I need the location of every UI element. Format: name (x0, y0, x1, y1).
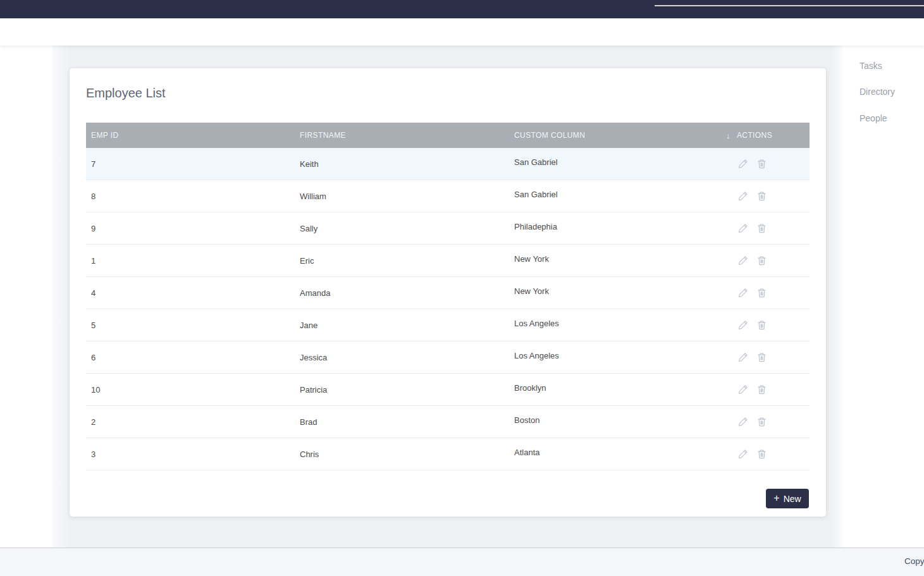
cell-emp-id: 9 (86, 224, 295, 233)
delete-trash-icon[interactable] (756, 320, 767, 331)
sort-descending-icon[interactable]: ↓ (726, 131, 730, 140)
cell-emp-id: 6 (86, 353, 295, 362)
cell-emp-id: 4 (86, 288, 295, 298)
new-button[interactable]: + New (766, 489, 809, 508)
cell-actions (721, 449, 810, 460)
table-row[interactable]: 6 Jessica Los Angeles (86, 341, 810, 374)
right-sidebar: Tasks Directory People (842, 46, 924, 548)
sidebar-item-people[interactable]: People (859, 113, 887, 123)
cell-emp-id: 2 (86, 417, 295, 427)
cell-firstname: William (295, 192, 509, 201)
app-bar (0, 18, 924, 46)
cell-emp-id: 8 (86, 192, 295, 201)
edit-pencil-icon[interactable] (737, 352, 748, 363)
table-body: 7 Keith San Gabriel (86, 148, 810, 470)
cell-custom-column: New York (509, 256, 721, 266)
cell-custom-column: Los Angeles (509, 353, 721, 362)
employee-list-card: Employee List EMP ID FIRSTNAME CUSTOM CO… (70, 68, 826, 517)
delete-trash-icon[interactable] (756, 417, 767, 427)
table-row[interactable]: 10 Patricia Brooklyn (86, 374, 810, 406)
table-row[interactable]: 1 Eric New York (86, 245, 810, 277)
cell-firstname: Keith (295, 159, 509, 169)
table-row[interactable]: 9 Sally Philadephia (86, 212, 810, 245)
cell-firstname: Eric (295, 256, 509, 266)
cell-firstname: Chris (295, 450, 509, 459)
top-navbar (0, 0, 924, 18)
cell-firstname: Jessica (295, 353, 509, 362)
cell-actions (721, 255, 810, 266)
cell-firstname: Jane (295, 321, 509, 330)
cell-custom-column: Atlanta (509, 450, 721, 459)
active-tab-underline (655, 5, 924, 6)
cell-actions (721, 352, 810, 363)
cell-emp-id: 7 (86, 159, 295, 169)
table-row[interactable]: 7 Keith San Gabriel (86, 148, 810, 180)
cell-actions (721, 288, 810, 298)
cell-actions (721, 384, 810, 395)
cell-emp-id: 1 (86, 256, 295, 266)
cell-firstname: Amanda (295, 288, 509, 298)
edit-pencil-icon[interactable] (737, 159, 748, 169)
cell-custom-column: Los Angeles (509, 321, 721, 330)
cell-actions (721, 320, 810, 331)
delete-trash-icon[interactable] (756, 352, 767, 363)
edit-pencil-icon[interactable] (737, 384, 748, 395)
cell-firstname: Sally (295, 224, 509, 233)
column-header-actions[interactable]: ↓ ACTIONS (721, 131, 810, 140)
footer: Copyr (0, 548, 924, 576)
cell-firstname: Brad (295, 417, 509, 427)
cell-emp-id: 10 (86, 385, 295, 395)
table-header-row: EMP ID FIRSTNAME CUSTOM COLUMN ↓ ACTIONS (86, 123, 810, 148)
delete-trash-icon[interactable] (756, 223, 767, 234)
app-screen: Tasks Directory People Employee List EMP… (0, 0, 924, 576)
table-row[interactable]: 5 Jane Los Angeles (86, 309, 810, 341)
delete-trash-icon[interactable] (756, 191, 767, 202)
new-button-label: New (784, 494, 801, 504)
edit-pencil-icon[interactable] (737, 417, 748, 427)
table-row[interactable]: 4 Amanda New York (86, 277, 810, 309)
edit-pencil-icon[interactable] (737, 288, 748, 298)
cell-actions (721, 159, 810, 169)
column-header-custom[interactable]: CUSTOM COLUMN (509, 131, 721, 140)
cell-emp-id: 3 (86, 450, 295, 459)
delete-trash-icon[interactable] (756, 384, 767, 395)
delete-trash-icon[interactable] (756, 449, 767, 460)
sidebar-item-tasks[interactable]: Tasks (859, 61, 882, 71)
column-header-firstname[interactable]: FIRSTNAME (295, 131, 509, 140)
edit-pencil-icon[interactable] (737, 255, 748, 266)
plus-icon: + (773, 493, 779, 504)
cell-firstname: Patricia (295, 385, 509, 395)
edit-pencil-icon[interactable] (737, 191, 748, 202)
cell-actions (721, 417, 810, 427)
table-row[interactable]: 8 William San Gabriel (86, 180, 810, 212)
cell-custom-column: New York (509, 288, 721, 298)
cell-custom-column: Boston (509, 417, 721, 427)
cell-actions (721, 223, 810, 234)
edit-pencil-icon[interactable] (737, 449, 748, 460)
table-row[interactable]: 2 Brad Boston (86, 406, 810, 438)
cell-custom-column: San Gabriel (509, 159, 721, 169)
cell-actions (721, 191, 810, 202)
table-row[interactable]: 3 Chris Atlanta (86, 438, 810, 470)
cell-custom-column: San Gabriel (509, 192, 721, 201)
page-title: Employee List (86, 86, 166, 101)
edit-pencil-icon[interactable] (737, 320, 748, 331)
column-header-actions-label: ACTIONS (737, 131, 772, 140)
cell-emp-id: 5 (86, 321, 295, 330)
sidebar-item-directory[interactable]: Directory (859, 87, 895, 97)
edit-pencil-icon[interactable] (737, 223, 748, 234)
cell-custom-column: Brooklyn (509, 385, 721, 395)
cell-custom-column: Philadephia (509, 224, 721, 233)
delete-trash-icon[interactable] (756, 288, 767, 298)
column-header-emp-id[interactable]: EMP ID (86, 131, 295, 140)
employee-table: EMP ID FIRSTNAME CUSTOM COLUMN ↓ ACTIONS… (86, 123, 810, 470)
copyright-text: Copyr (904, 556, 924, 566)
delete-trash-icon[interactable] (756, 159, 767, 169)
delete-trash-icon[interactable] (756, 255, 767, 266)
